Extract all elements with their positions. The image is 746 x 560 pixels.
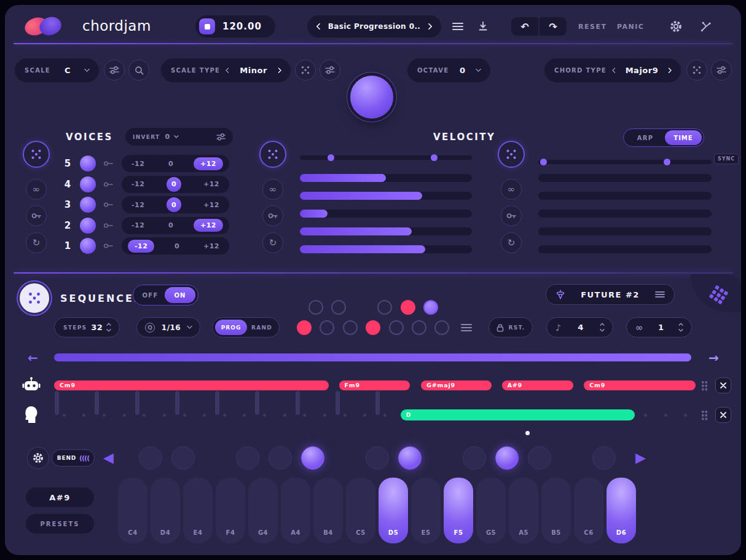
offset-option[interactable]: -12 <box>128 240 154 253</box>
key-D6[interactable]: D6 <box>607 478 636 543</box>
voices-reset-button[interactable]: ↻ <box>26 232 47 253</box>
offset-option[interactable]: -12 <box>128 178 148 191</box>
note-step-dot[interactable] <box>223 414 226 417</box>
key-knob-G#5[interactable] <box>495 446 519 470</box>
note-step-dot[interactable] <box>143 414 146 417</box>
octave-select[interactable]: OCTAVE 0 <box>407 58 490 82</box>
step-dot[interactable] <box>401 300 415 315</box>
seq-page-left[interactable]: ← <box>28 350 38 365</box>
key-knob-F#4[interactable] <box>236 446 259 470</box>
velocity-slider[interactable] <box>300 156 472 160</box>
seq-page-right[interactable]: → <box>709 350 719 365</box>
reset-button[interactable]: RESET <box>578 23 607 31</box>
key-knob-G#4[interactable] <box>269 446 292 470</box>
arp-time-toggle[interactable]: ARP TIME <box>623 128 704 147</box>
voice-toggle-knob[interactable] <box>80 218 96 234</box>
note-step-dot[interactable] <box>163 414 166 417</box>
chord-lane-button[interactable] <box>22 377 41 393</box>
offset-option[interactable]: 0 <box>165 219 177 232</box>
redo-button[interactable]: ↷ <box>540 17 567 36</box>
key-knob-A#5[interactable] <box>528 446 551 470</box>
chord-type-prev-icon[interactable] <box>611 68 618 74</box>
note-step-dot[interactable] <box>243 414 246 417</box>
key-F5[interactable]: F5 <box>444 478 473 543</box>
time-option[interactable]: TIME <box>665 130 702 145</box>
download-button[interactable] <box>478 22 488 31</box>
time-bar-track[interactable] <box>538 174 712 182</box>
stepper-icon[interactable] <box>679 323 683 331</box>
key-knob-D#4[interactable] <box>171 446 195 470</box>
time-latch-button[interactable] <box>501 205 522 226</box>
chord-block[interactable]: Cm9 <box>584 381 696 390</box>
note-step-dot[interactable] <box>644 414 647 417</box>
step-dot[interactable] <box>331 300 346 315</box>
voice-toggle-knob[interactable] <box>80 238 96 254</box>
offset-option[interactable]: +12 <box>194 219 223 232</box>
key-knob-D#5[interactable] <box>398 446 422 470</box>
scale-select[interactable]: SCALE C <box>15 58 99 82</box>
scale-search-button[interactable] <box>128 60 149 81</box>
seq-off-option[interactable]: OFF <box>136 292 165 299</box>
step-dot[interactable] <box>297 320 312 335</box>
key-A4[interactable]: A4 <box>281 478 310 543</box>
chord-lane-grip[interactable] <box>701 381 708 391</box>
voice-toggle-knob[interactable] <box>80 197 96 213</box>
settings-button[interactable] <box>670 20 682 33</box>
seq-menu-button[interactable] <box>461 323 472 332</box>
panic-button[interactable]: PANIC <box>617 23 644 31</box>
chord-type-next-icon[interactable] <box>666 68 672 74</box>
scale-sliders-button[interactable] <box>104 60 125 81</box>
offset-option[interactable]: 0 <box>167 197 181 212</box>
velocity-bar-track[interactable] <box>300 192 472 200</box>
offset-option[interactable]: +12 <box>200 240 223 253</box>
reset-lock-control[interactable]: RST. <box>489 317 533 337</box>
note-lane-grip[interactable] <box>701 410 708 420</box>
note-step-dot[interactable] <box>684 414 687 417</box>
invert-control[interactable]: INVERT 0 <box>125 128 233 146</box>
key-knob-C#4[interactable] <box>139 446 162 470</box>
seq-on-off-toggle[interactable]: OFF ON <box>133 285 198 306</box>
velocity-random-knob[interactable] <box>259 141 286 168</box>
note-lane-mute-button[interactable] <box>715 407 731 423</box>
key-C5[interactable]: C5 <box>346 478 375 543</box>
step-dot[interactable] <box>434 320 449 335</box>
velocity-infinity-button[interactable]: ∞ <box>262 179 283 200</box>
note-step-dot[interactable] <box>203 414 206 417</box>
step-dot[interactable] <box>366 320 380 335</box>
chord-block[interactable]: G#maj9 <box>421 381 492 390</box>
time-reset-button[interactable]: ↻ <box>501 232 522 253</box>
note-step-dot[interactable] <box>363 414 366 417</box>
chord-block[interactable]: A#9 <box>502 381 573 390</box>
note-step-dot[interactable] <box>63 414 66 417</box>
note-step-dot[interactable] <box>103 414 106 417</box>
velocity-bar-track[interactable] <box>300 174 472 182</box>
offset-option[interactable]: +12 <box>200 178 223 191</box>
scale-type-sliders-button[interactable] <box>320 60 340 81</box>
offset-option[interactable]: -12 <box>128 157 148 170</box>
offset-option[interactable]: -12 <box>128 219 148 232</box>
voices-random-knob[interactable] <box>23 141 50 168</box>
offset-option[interactable]: +12 <box>194 157 223 170</box>
rand-option[interactable]: RAND <box>247 325 277 331</box>
key-knob-C#6[interactable] <box>592 446 616 470</box>
step-dot[interactable] <box>412 320 426 335</box>
note-division-control[interactable]: ♪ 4 <box>546 317 613 337</box>
arp-option[interactable]: ARP <box>626 135 665 141</box>
key-A5[interactable]: A5 <box>509 478 538 543</box>
note-block[interactable]: D <box>401 409 635 420</box>
key-B4[interactable]: B4 <box>313 478 343 543</box>
key-D5[interactable]: D5 <box>379 478 408 543</box>
time-bar-track[interactable] <box>538 227 712 235</box>
seq-preset-control[interactable]: FUTURE #2 <box>546 284 675 305</box>
page-indicator-dot[interactable] <box>525 431 530 435</box>
morph-button[interactable] <box>700 20 712 33</box>
note-step-dot[interactable] <box>183 414 186 417</box>
velocity-reset-button[interactable]: ↻ <box>262 232 283 253</box>
sync-badge[interactable]: SYNC <box>714 154 739 164</box>
menu-button[interactable] <box>452 22 463 31</box>
key-knob-F#5[interactable] <box>463 446 486 470</box>
velocity-bar-track[interactable] <box>300 245 472 253</box>
key-C4[interactable]: C4 <box>118 478 147 543</box>
note-step-dot[interactable] <box>82 414 85 417</box>
note-step-dot[interactable] <box>263 414 266 417</box>
